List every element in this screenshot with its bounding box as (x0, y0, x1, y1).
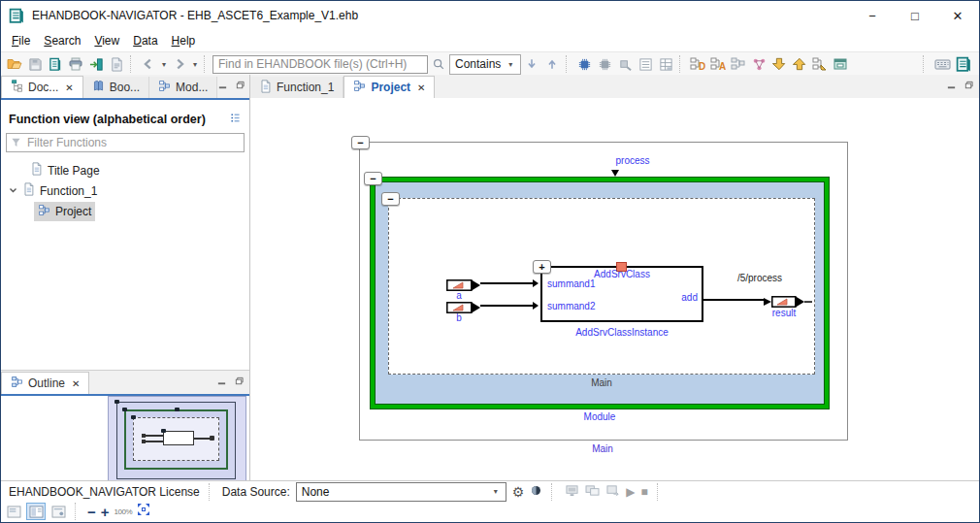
tab-outline[interactable]: Outline ✕ (1, 372, 89, 394)
find-input[interactable] (212, 55, 428, 74)
chevron-down-icon: ▾ (506, 60, 515, 69)
data-source-settings-icon[interactable]: ⚙ (512, 485, 525, 499)
export-icon[interactable] (86, 54, 106, 74)
close-icon[interactable]: ✕ (417, 82, 425, 93)
hide-decorations-icon[interactable] (729, 54, 748, 74)
navigate-down-icon[interactable] (769, 54, 789, 74)
minimize-view-icon[interactable] (946, 77, 957, 94)
fit-to-screen-icon[interactable] (137, 503, 150, 520)
navigate-up-icon[interactable] (790, 54, 809, 74)
goto-definition-icon[interactable] (810, 54, 830, 74)
wire-result (703, 299, 765, 301)
app-logo-icon (9, 8, 25, 24)
keyboard-shortcuts-icon[interactable] (932, 54, 952, 74)
close-button[interactable]: ✕ (936, 1, 979, 30)
expand-button[interactable]: + (533, 260, 551, 274)
data-source-value: None (302, 485, 330, 499)
maximize-view-icon[interactable] (964, 77, 974, 94)
close-icon[interactable]: ✕ (72, 378, 80, 389)
tab-function-1[interactable]: Function_1 (250, 77, 343, 98)
zoom-reset-button[interactable]: 100% (114, 507, 132, 516)
zoom-out-button[interactable]: − (87, 505, 96, 519)
open-folder-icon[interactable] (5, 54, 24, 74)
editor-tab-bar: Function_1 Project ✕ (250, 75, 979, 100)
expand-model-icon[interactable] (574, 54, 594, 74)
toolbar-separator (566, 55, 571, 73)
list-view-icon[interactable] (636, 54, 655, 74)
tree-item-function-1[interactable]: Function_1 (1, 180, 249, 201)
start-measurement-icon[interactable]: ▶ (626, 485, 635, 499)
tab-label: Project (371, 81, 410, 94)
open-window-icon[interactable] (831, 54, 850, 74)
maximize-button[interactable]: □ (894, 1, 936, 30)
trace-connections-icon[interactable] (749, 54, 768, 74)
forward-icon[interactable] (170, 54, 189, 74)
menu-help[interactable]: Help (165, 32, 203, 49)
back-history-caret-icon[interactable]: ▾ (159, 60, 169, 69)
measure-export-icon[interactable] (605, 484, 620, 500)
measure-config-icon[interactable] (565, 484, 579, 500)
process-label: process (584, 155, 681, 166)
minimize-button[interactable]: − (851, 1, 894, 30)
function-tree: Title Page Function_1 Project (1, 160, 249, 221)
match-mode-dropdown[interactable]: Contains ▾ (449, 54, 521, 75)
model-settings-icon[interactable] (615, 54, 635, 74)
data-source-dropdown[interactable]: None ▾ (296, 482, 506, 502)
ehandbook-logo-icon[interactable] (954, 54, 973, 74)
layout-view-3-icon[interactable] (49, 504, 67, 519)
diagram-canvas[interactable]: − process − − Main Module Main + AddSrvC… (250, 98, 979, 481)
collapse-button[interactable]: − (351, 136, 370, 149)
save-icon[interactable] (25, 54, 45, 74)
handbook-icon[interactable] (46, 54, 65, 74)
collapse-button[interactable]: − (381, 192, 400, 206)
menu-data[interactable]: Data (126, 32, 164, 49)
tab-project[interactable]: Project ✕ (343, 76, 435, 98)
menu-file[interactable]: File (5, 32, 37, 49)
svg-text:A: A (719, 61, 726, 72)
contrast-icon[interactable] (530, 484, 542, 500)
stop-measurement-icon[interactable]: ■ (641, 485, 648, 499)
minimize-view-icon[interactable] (216, 373, 227, 390)
menu-search[interactable]: Search (37, 32, 87, 49)
back-icon[interactable] (139, 54, 158, 74)
tab-documents[interactable]: Doc... ✕ (1, 76, 83, 98)
layout-view-2-icon[interactable] (27, 504, 45, 519)
toolbar-separator (923, 55, 928, 73)
document-tree-icon (11, 80, 23, 95)
selected-tree-item[interactable]: Project (34, 202, 95, 221)
tab-models[interactable]: Mod... (149, 77, 217, 98)
minimize-view-icon[interactable] (217, 77, 228, 94)
show-data-labels-icon[interactable]: D (688, 54, 707, 74)
toolbar-separator (204, 55, 209, 73)
outline-panel: Outline ✕ (1, 370, 249, 481)
document-icon (30, 162, 43, 179)
tree-item-project[interactable]: Project (1, 201, 249, 221)
tree-item-title-page[interactable]: Title Page (1, 160, 249, 180)
search-prev-icon[interactable] (542, 54, 562, 74)
app-window: EHANDBOOK-NAVIGATOR - EHB_ASCET6_Example… (0, 0, 980, 523)
collapse-model-icon[interactable] (595, 54, 614, 74)
close-icon[interactable]: ✕ (65, 82, 73, 93)
show-annotations-icon[interactable]: A (708, 54, 728, 74)
menu-view[interactable]: View (87, 32, 126, 49)
forward-history-caret-icon[interactable]: ▾ (190, 60, 200, 69)
search-icon[interactable] (429, 54, 448, 74)
filter-functions-input[interactable] (25, 135, 240, 150)
chevron-expanded-icon[interactable] (9, 184, 17, 198)
table-view-icon[interactable] (656, 54, 675, 74)
tab-bookmarks[interactable]: Boo... (83, 77, 149, 98)
pdf-export-icon[interactable] (107, 54, 126, 74)
layout-view-1-icon[interactable] (5, 504, 22, 519)
view-menu-icon[interactable] (229, 112, 242, 127)
maximize-view-icon[interactable] (235, 77, 245, 94)
print-icon[interactable] (66, 54, 85, 74)
status-separator (75, 503, 80, 520)
root-main-label: Main (359, 443, 846, 454)
search-next-icon[interactable] (522, 54, 541, 74)
toolbar-separator (130, 55, 135, 73)
collapse-button[interactable]: − (364, 172, 382, 185)
outline-thumbnail[interactable] (108, 396, 246, 481)
maximize-view-icon[interactable] (234, 373, 245, 390)
zoom-in-button[interactable]: + (101, 505, 110, 519)
measure-windows-icon[interactable] (585, 484, 600, 500)
